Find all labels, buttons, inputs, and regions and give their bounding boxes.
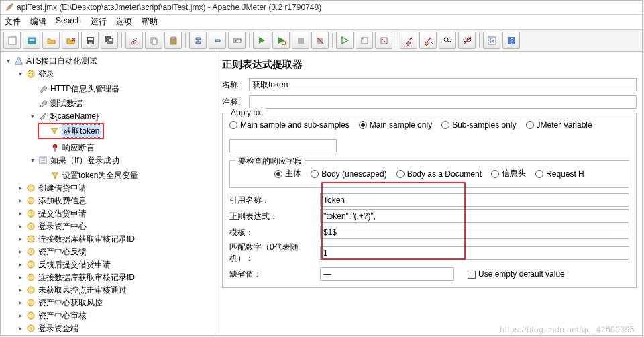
svg-line-30 xyxy=(381,38,387,44)
svg-rect-8 xyxy=(89,42,92,44)
menu-run[interactable]: 运行 xyxy=(91,16,107,28)
tb-new-icon[interactable] xyxy=(3,32,21,49)
svg-point-56 xyxy=(28,312,34,319)
collapse-icon[interactable]: ▾ xyxy=(17,68,23,80)
apply-main-only[interactable]: Main sample only xyxy=(359,120,432,130)
tb-expand-icon[interactable] xyxy=(189,32,207,49)
titlebar: apiTest.jmx (E:\Desktop\atsJmeter\script… xyxy=(1,1,642,15)
svg-rect-7 xyxy=(88,38,93,40)
http-header-mgr[interactable]: HTTP信息头管理器 xyxy=(28,83,121,95)
use-empty-default-checkbox[interactable]: Use empty default value xyxy=(468,269,565,279)
thread-group-item[interactable]: ▸未获取风控点击审核通过 xyxy=(15,284,128,296)
menu-file[interactable]: 文件 xyxy=(5,16,21,28)
tb-toggle-icon[interactable] xyxy=(228,32,246,49)
thread-group-item[interactable]: ▸资产中心审核 xyxy=(15,309,88,322)
thread-group-item[interactable]: ▸连接数据库获取审核记录ID xyxy=(15,233,136,245)
thread-group-login[interactable]: ▾ 登录 xyxy=(15,68,56,80)
thread-group-item[interactable]: ▸提交借贷申请 xyxy=(15,207,88,220)
thread-group-item[interactable]: ▸资产中心获取风控 xyxy=(15,297,104,309)
tb-menu-icon[interactable] xyxy=(23,32,40,49)
svg-rect-17 xyxy=(152,39,157,44)
apply-jmeter-var[interactable]: JMeter Variable xyxy=(526,120,592,130)
default-input[interactable] xyxy=(320,267,454,281)
thread-group-item[interactable]: ▸登录资金端 xyxy=(15,322,80,334)
apply-main-and-sub[interactable]: Main sample and sub-samples xyxy=(229,120,350,130)
tb-remote-stop-icon[interactable] xyxy=(356,32,373,49)
tb-save-icon[interactable] xyxy=(81,32,99,49)
flask-icon xyxy=(13,56,24,66)
regex-extractor-node[interactable]: 获取token xyxy=(38,123,104,139)
sampler-casename[interactable]: ▾ ${caseName} xyxy=(28,110,100,122)
tb-reset-search-icon[interactable] xyxy=(458,32,476,49)
svg-point-43 xyxy=(53,144,57,148)
thread-group-item[interactable]: ▸反馈后提交借贷申请 xyxy=(15,258,112,271)
svg-rect-2 xyxy=(30,39,34,40)
thread-group-item[interactable]: ▸创建借贷申请 xyxy=(15,182,88,194)
field-headers[interactable]: 信息头 xyxy=(491,168,526,179)
comment-input[interactable] xyxy=(249,95,637,109)
thread-group-item[interactable]: ▸添加收费信息 xyxy=(15,195,88,207)
tb-start-icon[interactable] xyxy=(253,32,270,49)
tb-remote-start-icon[interactable] xyxy=(336,32,354,49)
tb-open-icon[interactable] xyxy=(42,32,60,49)
jmeter-var-input[interactable] xyxy=(229,139,337,152)
response-assertion[interactable]: 响应断言 xyxy=(40,142,96,154)
regex-input[interactable] xyxy=(320,209,629,223)
tb-shutdown-icon[interactable] xyxy=(311,32,329,49)
tb-paste-icon[interactable] xyxy=(164,32,182,49)
menu-search[interactable]: Search xyxy=(56,16,81,28)
thread-group-item[interactable]: ▸连接数据库获取审核记录ID xyxy=(15,271,136,283)
thread-group-item[interactable]: ▸登录资产中心 xyxy=(15,220,88,232)
field-body-unescaped[interactable]: Body (unescaped) xyxy=(311,169,386,179)
test-plan-tree[interactable]: ▾ ATS接口自动化测试 ▾ 登录 HTTP信息头管理器 xyxy=(1,52,215,335)
thread-group-icon xyxy=(25,285,36,295)
tb-help-icon[interactable]: ? xyxy=(502,32,520,49)
menu-help[interactable]: 帮助 xyxy=(142,16,158,28)
funnel-icon xyxy=(50,171,60,180)
match-no-input[interactable] xyxy=(320,246,629,260)
default-label: 缺省值： xyxy=(229,269,320,280)
regex-label: 正则表达式： xyxy=(229,211,320,222)
svg-text:fx: fx xyxy=(490,38,495,44)
tb-functions-icon[interactable]: fx xyxy=(483,32,500,49)
collapse-icon[interactable]: ▾ xyxy=(29,154,36,166)
name-input[interactable] xyxy=(249,78,637,91)
tb-stop-icon[interactable] xyxy=(292,32,309,49)
thread-group-icon xyxy=(25,311,36,320)
tb-cut-icon[interactable] xyxy=(125,32,143,49)
field-request-headers[interactable]: Request H xyxy=(535,169,584,179)
tb-search-icon[interactable] xyxy=(439,32,456,49)
field-body[interactable]: 主体 xyxy=(274,168,301,179)
ref-name-label: 引用名称： xyxy=(229,195,320,206)
collapse-icon[interactable]: ▾ xyxy=(29,110,36,122)
svg-point-26 xyxy=(341,37,343,39)
wrench-icon xyxy=(38,99,48,108)
tb-clear-icon[interactable] xyxy=(400,32,417,49)
field-to-check-legend: 要检查的响应字段 xyxy=(235,156,305,167)
thread-group-item[interactable]: ▸资产中心反馈 xyxy=(15,246,88,258)
svg-point-48 xyxy=(28,210,34,217)
tb-clear-all-icon[interactable] xyxy=(419,32,437,49)
tb-close-icon[interactable] xyxy=(62,32,79,49)
menu-options[interactable]: 选项 xyxy=(116,16,132,28)
collapse-icon[interactable]: ▾ xyxy=(5,55,11,67)
field-body-as-doc[interactable]: Body as a Document xyxy=(396,169,482,179)
tree-root[interactable]: ▾ ATS接口自动化测试 xyxy=(3,55,99,67)
tb-save-all-icon[interactable] xyxy=(101,32,118,49)
tb-remote-shutdown-icon[interactable] xyxy=(375,32,392,49)
menu-edit[interactable]: 编辑 xyxy=(30,16,46,28)
tb-start-no-timers-icon[interactable] xyxy=(272,32,290,49)
svg-rect-11 xyxy=(109,39,112,41)
tb-collapse-icon[interactable] xyxy=(209,32,226,49)
ref-name-input[interactable] xyxy=(320,193,629,207)
svg-rect-42 xyxy=(44,113,46,115)
svg-point-54 xyxy=(28,287,34,293)
svg-point-57 xyxy=(28,325,34,332)
set-token-global[interactable]: 设置token为全局变量 xyxy=(40,169,140,181)
apply-sub-only[interactable]: Sub-samples only xyxy=(441,120,516,130)
thread-group-icon xyxy=(25,298,36,307)
if-login-ok[interactable]: ▾ 如果（If）登录成功 xyxy=(28,154,121,166)
test-data[interactable]: 测试数据 xyxy=(28,97,84,109)
template-input[interactable] xyxy=(320,226,629,239)
tb-copy-icon[interactable] xyxy=(145,32,162,49)
